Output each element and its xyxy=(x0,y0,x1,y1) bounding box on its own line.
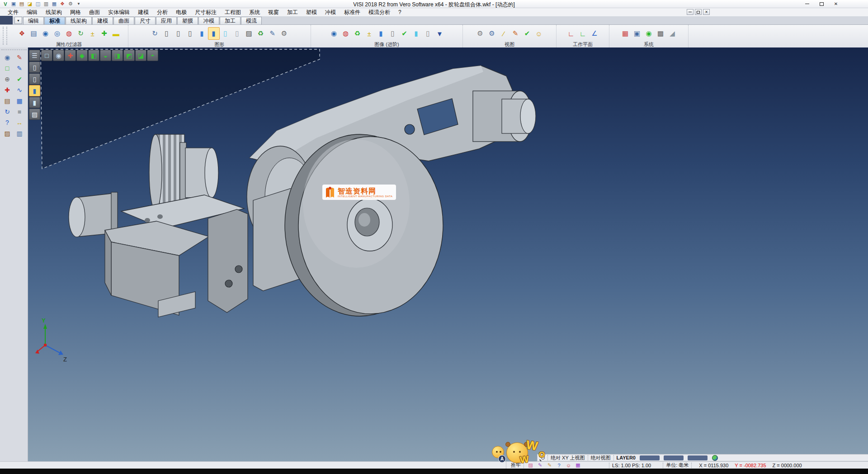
adv-clip-icon[interactable]: ▯ xyxy=(422,27,434,40)
zoom-element-icon[interactable]: ⊕ xyxy=(1,74,13,85)
menu-item[interactable]: 标准件 xyxy=(340,8,364,17)
adv-cone-icon[interactable]: ▼ xyxy=(434,27,446,40)
curve-edit-icon[interactable]: ✎ xyxy=(14,63,25,74)
workflow-tab[interactable]: 应用 xyxy=(156,17,177,24)
menu-item[interactable]: 塑模 xyxy=(302,8,321,17)
workflow-tab[interactable]: 曲面 xyxy=(113,17,134,24)
view-check-icon[interactable]: ✔ xyxy=(521,27,533,40)
adv-wire-icon[interactable]: ▯ xyxy=(387,27,399,40)
menu-item[interactable]: 建模 xyxy=(134,8,153,17)
refresh-visibility-icon[interactable]: ↻ xyxy=(75,27,87,40)
strip-shaded-icon[interactable]: ▮ xyxy=(29,85,40,96)
units-readout[interactable]: 单位: 毫米 xyxy=(666,462,689,469)
adv-solid-icon[interactable]: ▮ xyxy=(375,27,387,40)
menu-item[interactable]: 网格 xyxy=(66,8,85,17)
workflow-tab[interactable]: 编辑 xyxy=(23,17,44,24)
menu-item[interactable]: 系统 xyxy=(245,8,264,17)
view-top-icon[interactable]: ◒ xyxy=(100,50,111,61)
doc-minimize-button[interactable] xyxy=(687,9,693,15)
view-measure-icon[interactable]: ∕ xyxy=(498,27,509,40)
doc-close-button[interactable]: ✕ xyxy=(703,9,710,15)
adv-check-icon[interactable]: ✔ xyxy=(399,27,410,40)
doc-restore-button[interactable] xyxy=(695,9,702,15)
shade-refresh-icon[interactable]: ↻ xyxy=(149,27,161,40)
view-render-icon[interactable]: ⚙ xyxy=(486,27,498,40)
window-view-icon[interactable]: ▦ xyxy=(14,95,25,106)
view-smiley-icon[interactable]: ☺ xyxy=(533,27,545,40)
active-layer-label[interactable]: LAYER0 xyxy=(617,455,636,460)
workplane-xy-icon[interactable]: ∟ xyxy=(565,27,577,40)
measure-dist-icon[interactable]: ↔ xyxy=(14,117,25,128)
workplane-view-icon[interactable]: ∠ xyxy=(589,27,600,40)
add-visible-icon[interactable]: ✚ xyxy=(99,27,110,40)
delete-entity-icon[interactable]: ✎ xyxy=(14,52,25,63)
delete-shade-icon[interactable]: ♻ xyxy=(255,27,267,40)
solid-cube-icon[interactable]: ■ xyxy=(14,106,25,117)
image-capture-icon[interactable]: ▨ xyxy=(527,462,534,469)
wand-icon[interactable]: ✎ xyxy=(536,462,544,469)
strip-hatch-icon[interactable]: ▨ xyxy=(29,109,40,120)
maximize-button[interactable] xyxy=(814,0,829,8)
view-iso-icon[interactable]: ◆ xyxy=(76,50,88,61)
strip-transparent-icon[interactable]: ▮ xyxy=(29,97,40,108)
layer-color-swatch-1[interactable] xyxy=(640,455,660,460)
move-triad-icon[interactable]: ✚ xyxy=(1,85,13,95)
sys-grid-icon[interactable]: ▩ xyxy=(655,27,666,40)
view-right-icon[interactable]: ◨ xyxy=(112,50,123,61)
minimize-button[interactable] xyxy=(800,0,814,8)
view-orientation-label[interactable]: 绝对 XY 上视图 xyxy=(551,455,585,461)
workflow-tab[interactable]: 冲模 xyxy=(198,17,219,24)
menu-item[interactable]: ? xyxy=(394,9,406,16)
refresh-model-icon[interactable]: ↻ xyxy=(1,106,13,117)
tab-dropdown-button[interactable]: ▼ xyxy=(14,17,22,24)
3d-viewport[interactable]: Y Z ☰▯▯▮▮▨ □◉✚◆◧◒◨◩◪◓ 智造资料网 INTELLIGENT … xyxy=(0,47,868,461)
wireframe-hidden-icon[interactable]: ▯ xyxy=(173,27,184,40)
view-front-icon[interactable]: ◧ xyxy=(88,50,99,61)
axes-overlay-icon[interactable]: ✚ xyxy=(65,50,76,61)
user-icon[interactable]: ☺ xyxy=(565,462,572,469)
menu-item[interactable]: 加工 xyxy=(283,8,302,17)
sys-monitor-icon[interactable]: ▣ xyxy=(631,27,643,40)
menu-item[interactable]: 分析 xyxy=(153,8,172,17)
workflow-tab[interactable]: 标准 xyxy=(44,17,65,24)
confirm-box-icon[interactable]: ✔ xyxy=(14,74,25,85)
shade-settings-icon[interactable]: ⚙ xyxy=(278,27,290,40)
brush-tools-icon[interactable]: ✎ xyxy=(546,462,553,469)
view-mode-label[interactable]: 绝对视图 xyxy=(591,455,611,461)
view-tools-icon[interactable]: ⚙ xyxy=(474,27,486,40)
toolbar-grip[interactable] xyxy=(6,27,9,45)
strip-hidden-line-icon[interactable]: ▯ xyxy=(29,73,40,85)
toolbar-grip[interactable] xyxy=(3,27,5,45)
shaded-edges-icon[interactable]: ▮ xyxy=(208,27,220,40)
workflow-tab[interactable]: 塑膜 xyxy=(177,17,198,24)
ghost-shade-icon[interactable]: ▯ xyxy=(231,27,243,40)
menu-item[interactable]: 模流分析 xyxy=(364,8,394,17)
adv-eye-icon[interactable]: ◉ xyxy=(328,27,340,40)
wireframe-dashed-icon[interactable]: ▯ xyxy=(184,27,196,40)
zoom-dynamic-icon[interactable]: ◉ xyxy=(53,50,64,61)
toggle-visibility-icon[interactable]: ± xyxy=(87,27,99,40)
menu-item[interactable]: 文件 xyxy=(4,8,23,17)
adv-plusminus-icon[interactable]: ± xyxy=(363,27,375,40)
layer-palette-icon[interactable]: ▤ xyxy=(1,95,13,106)
edit-shade-icon[interactable]: ✎ xyxy=(267,27,278,40)
shaded-icon[interactable]: ▮ xyxy=(196,27,208,40)
menu-item[interactable]: 冲模 xyxy=(321,8,340,17)
gift-box-icon[interactable]: ▦ xyxy=(574,462,582,469)
strip-wireframe-icon[interactable]: ▯ xyxy=(29,62,40,73)
view-bottom-icon[interactable]: ◓ xyxy=(147,50,158,61)
hide-entity-icon[interactable]: ◎ xyxy=(52,27,63,40)
adv-refresh-icon[interactable]: ♻ xyxy=(352,27,363,40)
layer-color-swatch-3[interactable] xyxy=(688,455,708,460)
view-left-icon[interactable]: ◩ xyxy=(123,50,135,61)
clipboard-icon[interactable]: ▥ xyxy=(14,128,25,139)
workflow-tab[interactable]: 建模 xyxy=(92,17,113,24)
strip-menu-icon[interactable]: ☰ xyxy=(29,50,40,61)
attr-preview-icon[interactable]: ▤ xyxy=(28,27,40,40)
wireframe-icon[interactable]: ▯ xyxy=(161,27,173,40)
help-icon[interactable]: ? xyxy=(555,462,563,469)
lock-toggle[interactable]: 拴牢 xyxy=(511,462,521,469)
menu-item[interactable]: 实体编辑 xyxy=(104,8,134,17)
workflow-tab[interactable]: 线架构 xyxy=(66,17,92,24)
box-select-icon[interactable]: □ xyxy=(1,63,13,74)
